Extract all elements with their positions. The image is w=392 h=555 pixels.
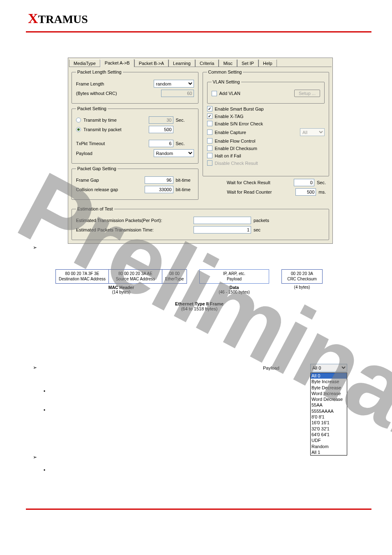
est-time-field xyxy=(194,226,251,234)
bytes-without-crc-field xyxy=(161,90,194,97)
vlan-setting: VLAN Setting Add VLAN Setup ... xyxy=(207,79,325,104)
tab-packet-ab[interactable]: Packet A->B xyxy=(100,59,134,67)
opt-label: Enable S/N Error Check xyxy=(215,121,263,126)
list-item[interactable]: Byte Increase xyxy=(311,379,347,384)
transmit-by-packet-label: Transmit by packet xyxy=(83,127,146,132)
crc-sublabel: (4 bytes) xyxy=(281,284,323,296)
sec-unit: Sec. xyxy=(176,141,194,146)
ms-unit: ms. xyxy=(318,190,326,194)
payload-inset-label: Payload xyxy=(263,365,310,370)
add-vlan-checkbox[interactable] xyxy=(212,91,217,96)
enable-flow-control-checkbox[interactable] xyxy=(207,138,212,143)
list-item[interactable]: All 0 xyxy=(311,373,347,379)
tab-setip[interactable]: Set IP xyxy=(237,59,258,67)
frame-length-select[interactable]: random xyxy=(154,80,194,88)
list-item[interactable]: 5555AAAA xyxy=(311,408,347,414)
tab-help[interactable]: Help xyxy=(258,59,277,67)
payload-cell: IP, ARP, etc. Payload xyxy=(199,269,269,284)
mac-header-sublabel: MAC Header(14 bytes) xyxy=(55,284,187,296)
collision-release-gap-label: Collision release gap xyxy=(76,187,142,192)
packet-config-dialog: MediaType Packet A->B Packet B->A Learni… xyxy=(68,58,333,244)
sec-unit: Sec. xyxy=(317,180,326,185)
est-packets-label: Estimated Transmission Packets(Per Port)… xyxy=(76,218,191,223)
txpkt-timeout-label: TxPkt Timeout xyxy=(76,141,146,146)
transmit-by-time-label: Transmit by time xyxy=(83,118,146,123)
payload-select[interactable]: Random xyxy=(154,149,194,157)
common-setting: Common Setting VLAN Setting Add VLAN Set… xyxy=(203,69,330,176)
opt-label: Enable Flow Control xyxy=(215,139,256,143)
opt-label: Halt on if Fail xyxy=(215,153,241,158)
packet-gap-setting: Packet Gap Setting Frame Gap bit-time Co… xyxy=(71,166,198,200)
ethertype-cell: 08 00 EtherType xyxy=(162,269,187,284)
brand-logo: XTRAMUS xyxy=(28,13,88,25)
tab-learning[interactable]: Learning xyxy=(168,59,195,67)
bittime-unit: bit-time xyxy=(176,187,194,192)
payload-dropdown-inset: Payload All 0 All 0 Byte Increase Byte D… xyxy=(263,364,347,456)
ethernet-frame-diagram: 80 00 20 7A 3F 3E Destination MAC Addres… xyxy=(55,269,343,311)
list-item[interactable]: 16'0 16'1 xyxy=(311,420,347,426)
list-item[interactable]: All 1 xyxy=(311,449,347,455)
tab-mediatype[interactable]: MediaType xyxy=(69,59,100,67)
transmit-by-packet-field[interactable] xyxy=(149,126,173,133)
right-column: Common Setting VLAN Setting Add VLAN Set… xyxy=(203,69,330,202)
enable-sn-error-checkbox[interactable] xyxy=(207,121,212,126)
wait-read-label: Wait for Read Counter xyxy=(206,190,293,194)
enable-di-checksum-checkbox[interactable] xyxy=(207,146,212,151)
src-mac-cell: 80 00 20 20 3A AE Source MAC Address xyxy=(109,269,162,284)
est-packets-field xyxy=(194,217,251,224)
disable-check-result-checkbox xyxy=(207,160,212,166)
packet-length-setting: Packet Length Setting Frame Length rando… xyxy=(71,69,198,104)
tab-misc[interactable]: Misc xyxy=(219,59,237,67)
payload-inset-select[interactable]: All 0 xyxy=(310,364,347,372)
wait-read-field[interactable] xyxy=(295,188,316,196)
vlan-setup-button[interactable]: Setup ... xyxy=(294,90,320,97)
left-column: Packet Length Setting Frame Length rando… xyxy=(71,69,198,202)
tabstrip: MediaType Packet A->B Packet B->A Learni… xyxy=(69,59,332,67)
packet-setting: Packet Setting Transmit by time Sec. Tra… xyxy=(71,106,198,164)
list-item[interactable]: Word Increase xyxy=(311,391,347,396)
add-vlan-label: Add VLAN xyxy=(219,91,292,96)
capture-mode-select: All xyxy=(300,128,325,136)
bittime-unit: bit-time xyxy=(176,178,194,183)
sec-unit: Sec. xyxy=(176,118,194,123)
footer-rule xyxy=(26,509,371,510)
opt-label: Enable X-TAG xyxy=(215,114,244,119)
page-header: XTRAMUS xyxy=(0,0,392,30)
data-sublabel: Data(46 - 1500 bytes) xyxy=(199,284,269,296)
list-item[interactable]: 55AA xyxy=(311,402,347,408)
list-item[interactable]: UDF xyxy=(311,437,347,443)
halt-on-fail-checkbox[interactable] xyxy=(207,153,212,158)
frame-gap-field[interactable] xyxy=(145,176,173,184)
collision-release-gap-field[interactable] xyxy=(145,186,173,193)
sec-unit: sec xyxy=(254,227,261,232)
overall-frame-label: Ethernet Type II Frame(64 to 1518 bytes) xyxy=(55,301,343,311)
txpkt-timeout-field[interactable] xyxy=(149,140,173,147)
doc-bullets: ➢ ➢ • • ➢ • xyxy=(33,245,45,473)
tab-packet-ba[interactable]: Packet B->A xyxy=(134,59,168,67)
list-item[interactable]: 8'0 8'1 xyxy=(311,414,347,420)
wait-check-field[interactable] xyxy=(294,179,314,186)
list-item[interactable]: 32'0 32'1 xyxy=(311,426,347,432)
ps-legend: Packet Setting xyxy=(76,106,108,111)
enable-smart-burst-gap-checkbox[interactable] xyxy=(207,106,212,111)
frame-gap-label: Frame Gap xyxy=(76,178,142,183)
tab-body: Packet Length Setting Frame Length rando… xyxy=(69,67,332,205)
cs-legend: Common Setting xyxy=(207,69,243,74)
transmit-by-time-radio[interactable] xyxy=(76,118,81,123)
list-item[interactable]: Byte Decrease xyxy=(311,385,347,391)
bytes-without-crc-label: (Bytes without CRC) xyxy=(76,91,159,96)
enable-xtag-checkbox[interactable] xyxy=(207,113,212,119)
list-item[interactable]: 64'0 64'1 xyxy=(311,432,347,437)
est-legend: Estimation of Test xyxy=(76,206,114,211)
payload-option-list[interactable]: All 0 Byte Increase Byte Decrease Word I… xyxy=(310,372,347,456)
frame-length-label: Frame Length xyxy=(76,81,151,86)
list-item[interactable]: Random xyxy=(311,444,347,449)
opt-label: Enable DI Checksum xyxy=(215,146,257,151)
tab-criteria[interactable]: Criteria xyxy=(195,59,219,67)
enable-capture-checkbox[interactable] xyxy=(207,130,212,135)
transmit-by-packet-radio[interactable] xyxy=(76,127,81,132)
list-item[interactable]: Word Decrease xyxy=(311,396,347,402)
crc-cell: 00 20 20 3A CRC Checksum xyxy=(281,269,323,284)
dest-mac-cell: 80 00 20 7A 3F 3E Destination MAC Addres… xyxy=(55,269,109,284)
opt-label: Enable Capture xyxy=(215,130,298,135)
